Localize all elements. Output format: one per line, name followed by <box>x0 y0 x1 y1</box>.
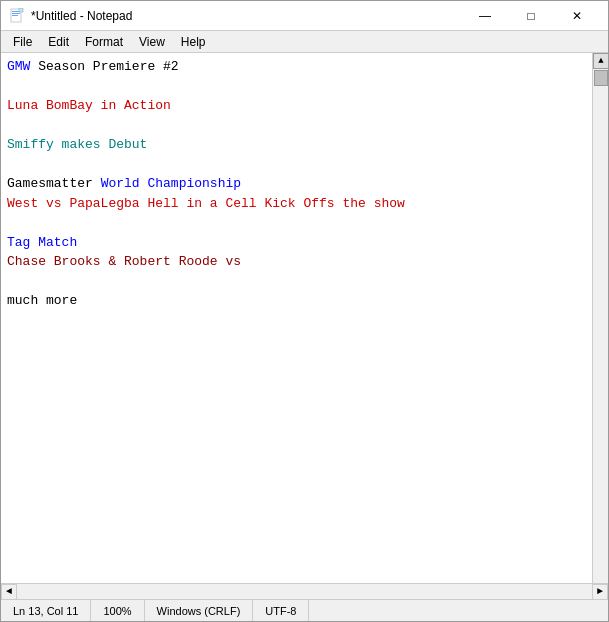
menu-file[interactable]: File <box>5 33 40 51</box>
vertical-scrollbar[interactable]: ▲ <box>592 53 608 583</box>
minimize-button[interactable]: — <box>462 1 508 31</box>
scroll-thumb[interactable] <box>594 70 608 86</box>
title-bar: *Untitled - Notepad — □ ✕ <box>1 1 608 31</box>
cursor-position: Ln 13, Col 11 <box>1 600 91 621</box>
text-editor[interactable]: GMW Season Premiere #2 Luna BomBay in Ac… <box>1 53 592 583</box>
maximize-button[interactable]: □ <box>508 1 554 31</box>
svg-rect-3 <box>12 15 18 16</box>
close-button[interactable]: ✕ <box>554 1 600 31</box>
menu-bar: File Edit Format View Help <box>1 31 608 53</box>
horizontal-scrollbar[interactable]: ◄ ► <box>1 583 608 599</box>
scroll-h-track[interactable] <box>17 584 592 600</box>
notepad-window: *Untitled - Notepad — □ ✕ File Edit Form… <box>0 0 609 622</box>
svg-rect-2 <box>12 13 20 14</box>
window-controls: — □ ✕ <box>462 1 600 31</box>
line-ending: Windows (CRLF) <box>145 600 254 621</box>
menu-help[interactable]: Help <box>173 33 214 51</box>
menu-edit[interactable]: Edit <box>40 33 77 51</box>
menu-view[interactable]: View <box>131 33 173 51</box>
zoom-level: 100% <box>91 600 144 621</box>
encoding: UTF-8 <box>253 600 309 621</box>
window-title: *Untitled - Notepad <box>31 9 462 23</box>
menu-format[interactable]: Format <box>77 33 131 51</box>
scroll-right-arrow[interactable]: ► <box>592 584 608 600</box>
status-bar: Ln 13, Col 11 100% Windows (CRLF) UTF-8 <box>1 599 608 621</box>
scroll-left-arrow[interactable]: ◄ <box>1 584 17 600</box>
editor-container: GMW Season Premiere #2 Luna BomBay in Ac… <box>1 53 608 583</box>
notepad-icon <box>9 8 25 24</box>
svg-rect-4 <box>19 8 23 12</box>
scroll-up-arrow[interactable]: ▲ <box>593 53 608 69</box>
